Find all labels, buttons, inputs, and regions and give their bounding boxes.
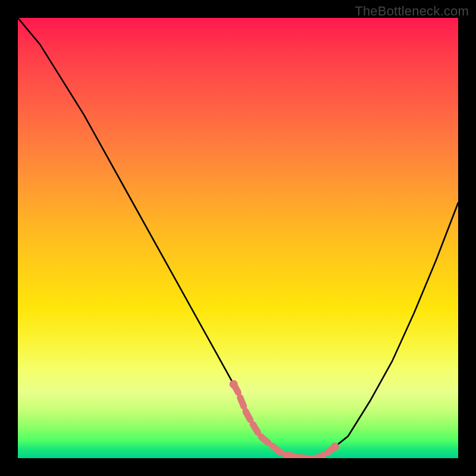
curve-path-group	[18, 18, 458, 458]
curve-svg	[18, 18, 458, 458]
optimal-endpoint-right	[331, 443, 339, 451]
plot-area	[18, 18, 458, 458]
watermark-text: TheBottleneck.com	[355, 4, 469, 19]
optimal-range-overlay	[234, 384, 335, 458]
chart-frame: TheBottleneck.com	[0, 0, 476, 476]
optimal-endpoint-left	[230, 380, 238, 389]
